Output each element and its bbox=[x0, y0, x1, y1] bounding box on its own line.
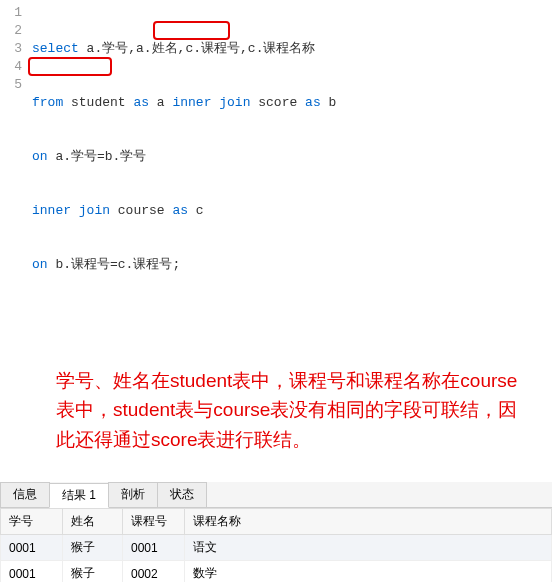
cell[interactable]: 语文 bbox=[185, 535, 552, 561]
result-tabs: 信息 结果 1 剖析 状态 bbox=[0, 482, 552, 508]
table-body: 0001 猴子 0001 语文 0001 猴子 0002 数学 0001 猴子 … bbox=[1, 535, 552, 582]
cell[interactable]: 0001 bbox=[1, 561, 63, 582]
cell[interactable]: 0001 bbox=[1, 535, 63, 561]
line-gutter: 1 2 3 4 5 bbox=[0, 4, 32, 346]
line-number: 2 bbox=[0, 22, 22, 40]
cell[interactable]: 0002 bbox=[123, 561, 185, 582]
column-header[interactable]: 课程号 bbox=[123, 509, 185, 535]
result-table[interactable]: 学号 姓名 课程号 课程名称 0001 猴子 0001 语文 0001 猴子 0… bbox=[0, 508, 552, 582]
line-number: 5 bbox=[0, 76, 22, 94]
tab-status[interactable]: 状态 bbox=[157, 482, 207, 507]
code-line[interactable]: select a.学号,a.姓名,c.课程号,c.课程名称 bbox=[32, 40, 552, 58]
line-number: 4 bbox=[0, 58, 22, 76]
table-row[interactable]: 0001 猴子 0001 语文 bbox=[1, 535, 552, 561]
table-header-row: 学号 姓名 课程号 课程名称 bbox=[1, 509, 552, 535]
highlight-box bbox=[153, 21, 230, 40]
line-number: 1 bbox=[0, 4, 22, 22]
column-header[interactable]: 课程名称 bbox=[185, 509, 552, 535]
line-number: 3 bbox=[0, 40, 22, 58]
column-header[interactable]: 学号 bbox=[1, 509, 63, 535]
highlight-box bbox=[28, 57, 112, 76]
tab-info[interactable]: 信息 bbox=[0, 482, 50, 507]
cell[interactable]: 数学 bbox=[185, 561, 552, 582]
cell[interactable]: 0001 bbox=[123, 535, 185, 561]
column-header[interactable]: 姓名 bbox=[63, 509, 123, 535]
code-area[interactable]: select a.学号,a.姓名,c.课程号,c.课程名称 from stude… bbox=[32, 4, 552, 346]
code-line[interactable]: from student as a inner join score as b bbox=[32, 94, 552, 112]
cell[interactable]: 猴子 bbox=[63, 535, 123, 561]
tab-result-1[interactable]: 结果 1 bbox=[49, 483, 109, 508]
annotation-text: 学号、姓名在student表中，课程号和课程名称在course表中，studen… bbox=[0, 350, 552, 470]
cell[interactable]: 猴子 bbox=[63, 561, 123, 582]
sql-editor[interactable]: 1 2 3 4 5 select a.学号,a.姓名,c.课程号,c.课程名称 … bbox=[0, 0, 552, 350]
code-line[interactable]: inner join course as c bbox=[32, 202, 552, 220]
code-line[interactable]: on a.学号=b.学号 bbox=[32, 148, 552, 166]
table-row[interactable]: 0001 猴子 0002 数学 bbox=[1, 561, 552, 582]
code-line[interactable]: on b.课程号=c.课程号; bbox=[32, 256, 552, 274]
tab-profile[interactable]: 剖析 bbox=[108, 482, 158, 507]
